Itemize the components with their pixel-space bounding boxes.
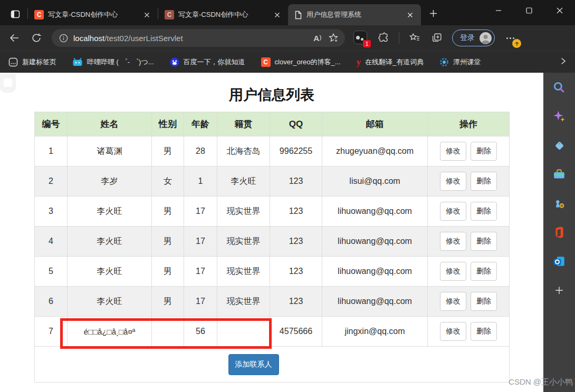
- chevron-right-icon: [559, 57, 567, 65]
- delete-button[interactable]: 删除: [471, 232, 497, 251]
- login-button[interactable]: 登录: [452, 30, 495, 46]
- cell-age: 1: [184, 166, 217, 197]
- minimize-button[interactable]: [483, 0, 514, 21]
- bookmark-label: 潭州课堂: [453, 57, 481, 67]
- collections-icon: [431, 32, 443, 44]
- edit-button[interactable]: 修改: [440, 142, 466, 161]
- tab-close-icon[interactable]: [141, 9, 152, 21]
- delete-button[interactable]: 删除: [471, 262, 497, 281]
- delete-button[interactable]: 删除: [471, 202, 497, 221]
- favorites-button[interactable]: [408, 31, 421, 45]
- tab-close-icon[interactable]: [404, 9, 416, 21]
- cell-gender: 男: [152, 136, 184, 166]
- cell-age: 17: [184, 197, 217, 227]
- back-button[interactable]: [7, 31, 21, 45]
- tab-title: 用户信息管理系统: [306, 10, 400, 19]
- sidebar-discover-button[interactable]: [552, 109, 567, 124]
- sidebar-games-button[interactable]: [552, 196, 567, 211]
- new-tab-page-icon: [8, 57, 18, 67]
- edit-button[interactable]: 修改: [440, 232, 466, 251]
- delete-button[interactable]: 删除: [471, 172, 497, 191]
- cell-hometown: 北海杏岛: [217, 136, 270, 166]
- csdn-favicon: C: [34, 10, 44, 19]
- cell-age: 17: [184, 257, 217, 287]
- cell-qq: 123: [270, 197, 322, 227]
- tab-csdn-2[interactable]: C 写文章-CSDN创作中心: [158, 4, 288, 25]
- edit-button[interactable]: 修改: [440, 202, 466, 221]
- tab-user-management-active[interactable]: 用户信息管理系统: [288, 4, 421, 25]
- tab-close-icon[interactable]: [271, 9, 283, 21]
- cell-name: 李火旺: [68, 257, 152, 287]
- add-contact-button[interactable]: 添加联系人: [228, 354, 279, 375]
- sidebar-shopping-button[interactable]: [552, 138, 567, 153]
- cell-gender: 男: [152, 197, 184, 227]
- settings-menu-button[interactable]: [503, 31, 517, 45]
- extensions-button[interactable]: [377, 31, 390, 45]
- delete-button[interactable]: 删除: [471, 292, 497, 311]
- adblock-extension-button[interactable]: 1: [353, 31, 368, 45]
- edit-button[interactable]: 修改: [440, 292, 466, 311]
- edit-button[interactable]: 修改: [440, 172, 466, 191]
- baidu-paw-icon: [170, 57, 179, 67]
- bookmarks-overflow-button[interactable]: [559, 57, 567, 67]
- bilibili-icon: [72, 57, 83, 67]
- csdn-favicon-dim: C: [165, 10, 174, 19]
- table-footer-cell: 添加联系人: [35, 347, 510, 383]
- watermark: CSDN @王小小鸭: [509, 377, 573, 387]
- cell-qq: 123: [270, 287, 322, 317]
- table-row: 1 诸葛渊 男 28 北海杏岛 9962255 zhugeyuan@qq.com…: [35, 136, 510, 166]
- close-window-button[interactable]: [544, 0, 575, 21]
- bookmark-tanzhou[interactable]: 潭州课堂: [439, 57, 481, 67]
- cell-gender: [152, 317, 184, 347]
- refresh-icon: [31, 33, 42, 43]
- cell-id: 2: [35, 166, 68, 197]
- cell-email: lihuowang@qq.com: [322, 257, 428, 287]
- edit-button[interactable]: 修改: [440, 322, 466, 341]
- delete-button[interactable]: 删除: [471, 142, 497, 161]
- add-favorite-icon[interactable]: [328, 33, 339, 43]
- toolbox-icon: [552, 168, 566, 181]
- cell-name: 诸葛渊: [68, 136, 152, 166]
- cell-name: 李火旺: [68, 227, 152, 257]
- refresh-button[interactable]: [30, 31, 43, 45]
- cell-email: zhugeyuan@qq.com: [322, 136, 428, 166]
- delete-button[interactable]: 删除: [471, 322, 497, 341]
- back-arrow-icon: [8, 32, 20, 44]
- sidebar-tools-button[interactable]: [552, 167, 567, 182]
- sidebar-search-button[interactable]: [552, 80, 567, 95]
- shopping-tag-icon: [552, 139, 566, 152]
- tab-csdn-1[interactable]: C 写文章-CSDN创作中心: [28, 4, 158, 25]
- cell-email: lihuowang@qq.com: [322, 227, 428, 257]
- edit-button[interactable]: 修改: [440, 262, 466, 281]
- tab-actions-menu-button[interactable]: [7, 5, 23, 23]
- cell-qq: 4575666: [270, 317, 322, 347]
- sidebar-office-button[interactable]: [552, 225, 567, 240]
- address-bar[interactable]: localhost/test02/userListServlet A: [52, 29, 345, 47]
- tanzhou-gear-icon: [439, 57, 449, 67]
- tab-title: 写文章-CSDN创作中心: [178, 10, 267, 19]
- read-aloud-icon[interactable]: A: [313, 34, 323, 43]
- plus-icon: [429, 9, 437, 17]
- cell-email: jingxin@qq.com: [322, 317, 428, 347]
- new-tab-button[interactable]: [425, 5, 441, 21]
- url-host: localhost: [73, 34, 104, 43]
- header-hometown: 籍贯: [217, 112, 270, 136]
- site-info-icon[interactable]: [59, 34, 68, 43]
- bookmark-bilibili[interactable]: 哔哩哔哩 ( ゜- ゜)つ...: [72, 57, 154, 67]
- bookmark-baidu[interactable]: 百度一下，你就知道: [170, 57, 245, 67]
- cell-qq: 123: [270, 166, 322, 197]
- collections-button[interactable]: [430, 31, 444, 45]
- puzzle-icon: [378, 32, 389, 44]
- cell-age: 28: [184, 136, 217, 166]
- sparkle-icon: [552, 110, 566, 123]
- bookmark-csdn-blog[interactable]: C clover_oreo的博客_...: [261, 57, 341, 67]
- cell-operations: 修改删除: [428, 197, 510, 227]
- bookmark-youdao[interactable]: y 在线翻译_有道词典: [357, 57, 424, 67]
- page-content: 用户信息列表 编号 姓名 性别 年龄 籍贯 QQ 邮箱 操作 1 诸葛渊 男 2…: [0, 73, 575, 392]
- bookmark-new-tab-page[interactable]: 新建标签页: [8, 57, 56, 67]
- maximize-button[interactable]: [514, 0, 544, 21]
- sidebar-outlook-button[interactable]: [552, 254, 567, 269]
- sidebar-customize-button[interactable]: [552, 283, 567, 298]
- window-controls: [483, 0, 575, 21]
- table-footer-row: 添加联系人: [35, 347, 510, 383]
